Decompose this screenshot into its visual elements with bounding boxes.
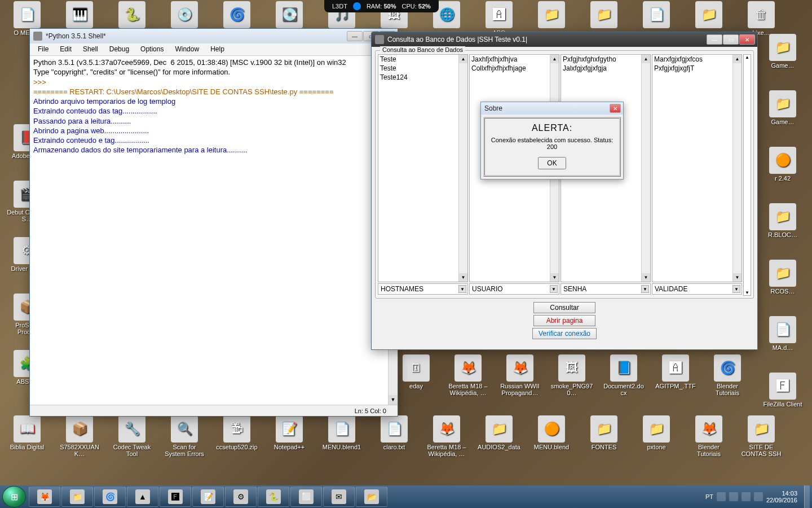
- consultar-button[interactable]: Consultar: [533, 302, 595, 313]
- desktop-icon[interactable]: 📁Game…: [761, 34, 804, 69]
- desktop-icon[interactable]: 💿: [163, 1, 206, 29]
- minimize-button[interactable]: —: [347, 31, 363, 41]
- desktop-icon[interactable]: 🦊Beretta M18 – Wikipédia, …: [447, 354, 489, 396]
- minimize-button[interactable]: —: [707, 34, 722, 45]
- list-item[interactable]: Pxfgjhxfghxfgytho: [561, 55, 650, 64]
- desktop-icon[interactable]: 📁SITE DE CONTAS SSH: [740, 415, 783, 457]
- start-button[interactable]: ⊞: [2, 486, 26, 507]
- menu-help[interactable]: Help: [205, 43, 230, 55]
- taskbar-app[interactable]: ⚙: [225, 487, 257, 507]
- hostnames-combo[interactable]: HOSTNAMES▼: [378, 283, 468, 295]
- list-item[interactable]: Teste: [378, 55, 467, 64]
- desktop-icon[interactable]: 📄MA.d…: [761, 316, 804, 351]
- file-icon: 🗜: [223, 415, 250, 443]
- desktop-icon[interactable]: 🅰AGITPM_.TTF: [654, 354, 697, 389]
- desktop-icon[interactable]: 📁R.BLOC…: [761, 203, 804, 238]
- desktop-icon[interactable]: 🦊Beretta M18 – Wikipédia, …: [425, 415, 468, 457]
- desktop-icon[interactable]: 📄MENU.blend1: [320, 415, 363, 450]
- desktop-icon[interactable]: 🌀Blender Tutoriais Desenvolvimen…: [706, 354, 749, 397]
- desktop-icon[interactable]: 🗜ccsetup520.zip: [215, 415, 258, 450]
- desktop-icon[interactable]: 📁: [530, 1, 573, 29]
- list-item[interactable]: Collxfhjxfhjxfhjage: [470, 64, 559, 73]
- close-button[interactable]: ✕: [610, 104, 621, 113]
- taskbar-app[interactable]: 🦊: [29, 487, 60, 507]
- desktop-icon[interactable]: 🦊Blender Tutoriais Desenvolvimen…: [687, 415, 730, 458]
- desktop-icon[interactable]: 🐍: [111, 1, 153, 29]
- titlebar[interactable]: Consulta ao Banco de Dados |SSH Teste v0…: [372, 32, 757, 47]
- app-icon: ⚙: [233, 489, 248, 504]
- side-scroll-list[interactable]: ▲▼: [743, 54, 751, 296]
- ok-button[interactable]: OK: [538, 157, 566, 169]
- desktop-icon[interactable]: 🔍Scan for System Errors: [163, 415, 206, 457]
- desktop-icon[interactable]: 📁FONTES: [582, 415, 625, 450]
- menu-options[interactable]: Options: [135, 43, 169, 55]
- tray-volume-icon[interactable]: [742, 492, 751, 501]
- taskbar-app[interactable]: 📂: [356, 487, 387, 507]
- taskbar-app[interactable]: 🐍: [258, 487, 289, 507]
- tray-action-icon[interactable]: [754, 492, 763, 501]
- list-item[interactable]: Teste124: [378, 73, 467, 82]
- desktop-icon[interactable]: 📝Notepad++: [268, 415, 311, 450]
- desktop-icon[interactable]: 🔧Codec Tweak Tool: [111, 415, 153, 457]
- taskbar-app[interactable]: 📁: [61, 487, 93, 507]
- file-icon: 📄: [769, 316, 796, 343]
- taskbar-app[interactable]: ⬜: [290, 487, 322, 507]
- desktop-icon[interactable]: 📄: [635, 1, 678, 29]
- desktop-icon[interactable]: 📁RCOS…: [761, 260, 804, 295]
- shell-output[interactable]: Python 3.5.1 (v3.5.1:37a07cee5969, Dec 6…: [30, 56, 398, 405]
- menu-debug[interactable]: Debug: [104, 43, 135, 55]
- list-item[interactable]: Jaxhfjxfhjxfhjva: [470, 55, 559, 64]
- desktop-icon[interactable]: 🅵FileZilla Client: [761, 373, 804, 408]
- close-button[interactable]: ✕: [739, 34, 755, 45]
- desktop-icon[interactable]: 📁: [582, 1, 625, 29]
- desktop-icon[interactable]: 📁pxtone: [635, 415, 678, 450]
- file-icon: 🅰: [662, 354, 689, 382]
- menu-window[interactable]: Window: [169, 43, 205, 55]
- validade-listbox[interactable]: MarxfgjxfgjxfcosPxfgjxfgjxgfjT▲▼: [652, 54, 742, 282]
- desktop-icon[interactable]: 🅰ABG: [478, 1, 520, 36]
- desktop-icon[interactable]: 📖Biblia Digital: [6, 415, 48, 450]
- desktop-icon[interactable]: 🦊Russian WWII Propagand…: [498, 354, 541, 396]
- taskbar-app[interactable]: ✉: [323, 487, 355, 507]
- taskbar-app[interactable]: 📝: [192, 487, 224, 507]
- tray-network-icon[interactable]: [729, 492, 738, 501]
- menu-edit[interactable]: Edit: [54, 43, 77, 55]
- maximize-button[interactable]: ▭: [723, 34, 739, 45]
- titlebar[interactable]: *Python 3.5.1 Shell* — ▭ ✕: [30, 29, 398, 43]
- desktop-icon[interactable]: 📄claro.txt: [373, 415, 416, 450]
- desktop-icon[interactable]: 🖼smoke_PNG970…: [550, 354, 593, 396]
- menu-shell[interactable]: Shell: [77, 43, 104, 55]
- taskbar-app[interactable]: ▲: [127, 487, 158, 507]
- show-desktop-button[interactable]: [804, 485, 810, 508]
- dialog-titlebar[interactable]: Sobre ✕: [481, 102, 623, 115]
- desktop-icon[interactable]: 🟠MENU.blend: [530, 415, 573, 450]
- senha-combo[interactable]: SENHA▼: [561, 283, 651, 295]
- list-item[interactable]: Jalxfgjxfgjxfgja: [561, 64, 650, 73]
- desktop-icon[interactable]: 🌀: [215, 1, 258, 29]
- app-icon: 📂: [364, 489, 379, 504]
- hostnames-listbox[interactable]: TesteTesteTeste124▲▼: [378, 54, 468, 282]
- abrir-pagina-button[interactable]: Abrir pagina: [533, 315, 595, 326]
- tray-flag-icon[interactable]: [717, 492, 726, 501]
- file-icon: 💿: [171, 1, 198, 28]
- desktop-icon[interactable]: 💽: [268, 1, 311, 29]
- taskbar-app[interactable]: 🅵: [160, 487, 191, 507]
- desktop-icon[interactable]: 📘Document2.docx: [602, 354, 645, 396]
- desktop-icon[interactable]: 🗑Lixe…: [740, 1, 783, 36]
- list-item[interactable]: Marxfgjxfgjxfcos: [652, 55, 742, 64]
- validade-combo[interactable]: VALIDADE▼: [652, 283, 742, 295]
- desktop-icon[interactable]: 📦S7582XXUANK…: [58, 415, 101, 457]
- tray-clock[interactable]: 14:0322/09/2016: [766, 490, 797, 503]
- desktop-icon[interactable]: 📁Game…: [761, 90, 804, 125]
- tray-lang[interactable]: PT: [705, 493, 713, 500]
- list-item[interactable]: PxfgjxfgjxgfjT: [652, 64, 742, 73]
- taskbar-app[interactable]: 🌀: [94, 487, 126, 507]
- list-item[interactable]: Teste: [378, 64, 467, 73]
- desktop-icon[interactable]: 🗓eday: [395, 354, 438, 389]
- desktop-icon[interactable]: 📁: [687, 1, 730, 29]
- desktop-icon[interactable]: 🟠r 2.42: [761, 147, 804, 182]
- usuario-combo[interactable]: USUARIO▼: [469, 283, 559, 295]
- menu-file[interactable]: File: [32, 43, 54, 55]
- verificar-conexao-button[interactable]: Verificar conexão: [532, 328, 597, 339]
- desktop-icon[interactable]: 📁AUDIOS2_data: [478, 415, 520, 450]
